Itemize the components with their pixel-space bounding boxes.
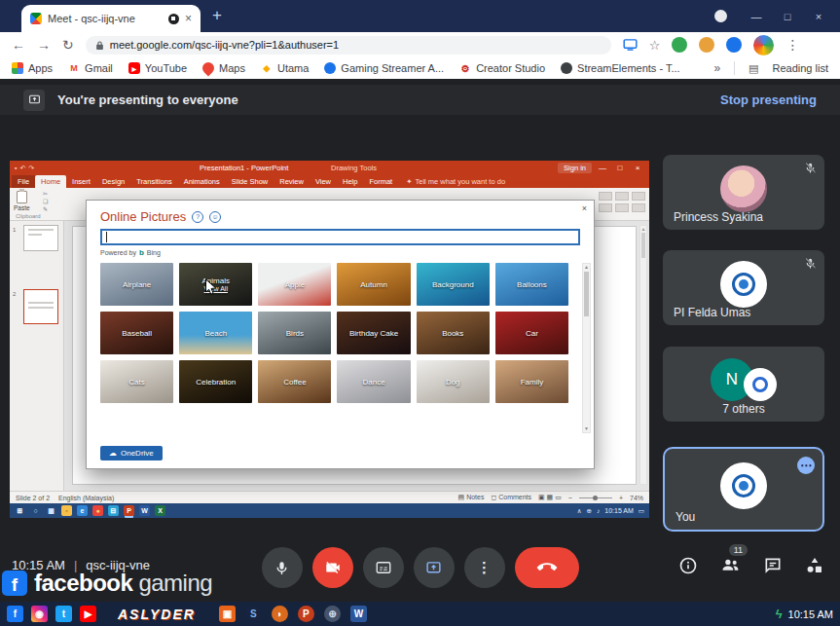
url-bar[interactable]: meet.google.com/qsc-iijq-vne?pli=1&authu… xyxy=(86,36,611,55)
edge-icon: e xyxy=(77,505,88,516)
ribbon-tab-transitions: Transitions xyxy=(130,175,177,188)
bookmark-gmail[interactable]: MGmail xyxy=(68,62,113,74)
store-icon: ⊟ xyxy=(108,505,119,516)
extension-icon-3[interactable] xyxy=(726,37,742,53)
tab-title: Meet - qsc-iijq-vne xyxy=(48,13,163,24)
participant-avatar xyxy=(720,166,767,212)
category-apple: Apple xyxy=(258,263,331,306)
camera-off-icon xyxy=(324,559,342,576)
facebook-icon: f xyxy=(7,606,23,622)
taskbar-clock: 10:15 AM xyxy=(604,507,634,514)
captions-icon xyxy=(375,559,392,576)
start-icon: ⊞ xyxy=(15,505,25,516)
feedback-icon: ☺ xyxy=(209,211,221,223)
browser-menu-icon[interactable]: ⋮ xyxy=(785,37,799,53)
window-maximize-button[interactable]: □ xyxy=(772,11,803,22)
participants-button[interactable]: 11 xyxy=(720,555,741,579)
participant-tile-you[interactable]: ⋯ You xyxy=(663,447,824,532)
profile-avatar[interactable] xyxy=(753,35,774,55)
stream-overlay-bar: f◉t▶ ASLYDER ▣S◗P⊕W ϟ 10:15 AM xyxy=(0,602,840,626)
category-label: Birds xyxy=(286,329,304,338)
bookmark-label: Maps xyxy=(219,62,245,74)
instagram-icon: ◉ xyxy=(31,606,48,622)
window-minimize-button[interactable]: — xyxy=(741,11,772,22)
facebook-f-icon: f xyxy=(2,571,27,596)
clipboard-icon xyxy=(17,191,27,203)
ppt-close-icon: × xyxy=(631,164,644,172)
category-label: Books xyxy=(442,329,463,338)
chat-button[interactable] xyxy=(763,556,783,579)
extension-icon-1[interactable] xyxy=(672,37,687,53)
bookmark-studio[interactable]: ⚙Creator Studio xyxy=(459,62,545,74)
bookmark-streamelements[interactable]: StreamElements - T... xyxy=(561,62,680,74)
category-books: Books xyxy=(417,312,490,354)
bookmark-apps[interactable]: Apps xyxy=(12,62,53,74)
comments-button: ◻ Comments xyxy=(491,494,531,501)
category-autumn: Autumn xyxy=(337,263,410,306)
window-close-button[interactable]: × xyxy=(803,11,834,22)
forward-button[interactable]: → xyxy=(37,38,51,52)
category-birds: Birds xyxy=(258,312,331,354)
avatar-group: N xyxy=(711,358,777,401)
category-label: Birthday Cake xyxy=(349,329,398,338)
more-options-button[interactable]: ⋮ xyxy=(464,547,505,588)
tab-search-icon[interactable] xyxy=(714,10,727,22)
cut-copy-group: ✂❏✎ xyxy=(43,191,48,214)
firefox-icon: ◗ xyxy=(272,606,288,622)
mic-button[interactable] xyxy=(262,547,303,588)
tell-me-box: ✦ Tell me what you want to do xyxy=(406,175,505,188)
tab-close-icon[interactable]: × xyxy=(185,13,192,24)
browser-tab[interactable]: Meet - qsc-iijq-vne × xyxy=(21,5,201,32)
ribbon-tab-insert: Insert xyxy=(66,175,96,188)
participant-tile-princess-syakina[interactable]: Princess Syakina xyxy=(663,155,824,230)
bookmarks-overflow-icon[interactable]: » xyxy=(713,61,720,75)
onedrive-button: ☁ OneDrive xyxy=(100,446,163,460)
category-baseball: Baseball xyxy=(100,312,173,354)
tab-strip: Meet - qsc-iijq-vne × + — □ × xyxy=(0,0,840,32)
info-icon xyxy=(678,556,698,575)
browser-window: Meet - qsc-iijq-vne × + — □ × ← → ↻ meet… xyxy=(0,0,840,626)
activities-button[interactable] xyxy=(805,556,824,579)
participant-tile-pi-felda-umas[interactable]: PI Felda Umas xyxy=(663,250,824,325)
tile-options-icon[interactable]: ⋯ xyxy=(797,457,815,474)
leave-call-button[interactable] xyxy=(515,547,579,588)
bookmark-label: Gmail xyxy=(85,62,113,74)
brand-gaming: gaming xyxy=(138,570,212,596)
bookmark-youtube[interactable]: ▶YouTube xyxy=(128,62,187,74)
camera-off-button[interactable] xyxy=(312,547,353,588)
facebook-gaming-logo: f facebookgaming xyxy=(2,570,212,597)
ribbon-tab-format: Format xyxy=(363,175,398,188)
overlay-app-icons: ▣S◗P⊕W xyxy=(219,606,367,622)
present-icon xyxy=(425,560,442,576)
category-label: Dog xyxy=(446,378,460,387)
bookmark-star-icon[interactable]: ☆ xyxy=(649,38,661,53)
pusat-internet-logo xyxy=(732,474,755,497)
powerpoint-icon: P xyxy=(124,505,134,516)
ribbon-buttons xyxy=(599,192,645,212)
bookmark-label: YouTube xyxy=(145,62,187,74)
bookmark-home[interactable]: ◆Utama xyxy=(261,62,309,74)
participant-tile-others[interactable]: N 7 others xyxy=(663,347,824,422)
stop-presenting-button[interactable]: Stop presenting xyxy=(720,92,817,107)
category-airplane: Airplane xyxy=(100,263,173,306)
captions-button[interactable] xyxy=(363,547,404,588)
tab-audio-indicator-icon[interactable] xyxy=(168,14,179,24)
reading-list-icon: ▤ xyxy=(749,62,758,75)
participant-name: Princess Syakina xyxy=(674,210,763,224)
new-tab-button[interactable]: + xyxy=(212,6,222,25)
present-button[interactable] xyxy=(414,547,455,588)
bookmark-gaming[interactable]: Gaming Streamer A... xyxy=(324,62,444,74)
meeting-details-button[interactable] xyxy=(678,556,698,579)
extension-icon-2[interactable] xyxy=(699,37,714,53)
ribbon-tab-review: Review xyxy=(274,175,310,188)
reading-list-button[interactable]: Reading list xyxy=(773,62,828,74)
apps-icon xyxy=(12,62,23,74)
url-text: meet.google.com/qsc-iijq-vne?pli=1&authu… xyxy=(110,39,339,51)
category-car: Car xyxy=(495,312,568,354)
category-label: Autumn xyxy=(360,280,387,289)
reload-button[interactable]: ↻ xyxy=(62,38,74,52)
back-button[interactable]: ← xyxy=(12,38,25,52)
bookmark-maps[interactable]: Maps xyxy=(202,62,245,74)
shared-screen-video: ▪↶↷ Presentation1 - PowerPoint Drawing T… xyxy=(10,161,649,518)
help-icon: ? xyxy=(192,211,203,223)
